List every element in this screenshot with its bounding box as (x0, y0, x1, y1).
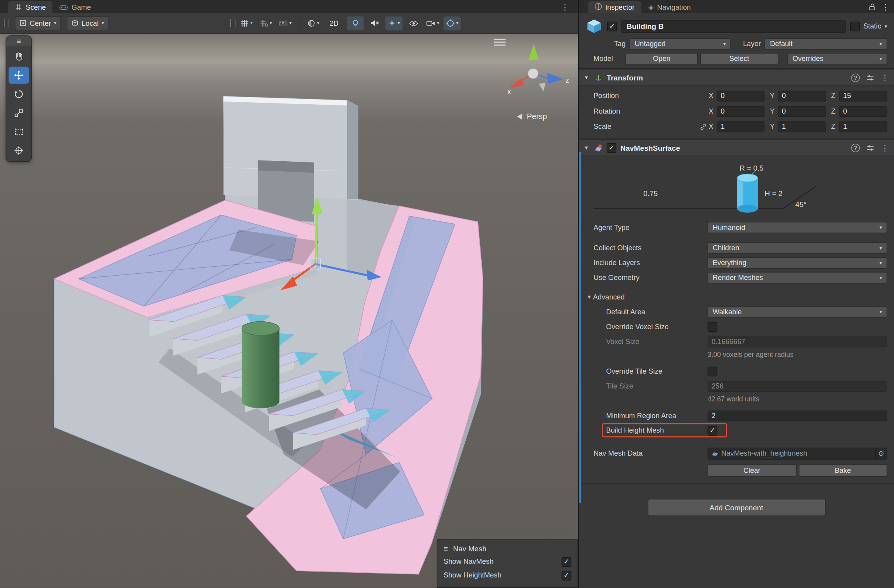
min-region-field[interactable]: 2 (707, 410, 887, 421)
tab-game[interactable]: Game (53, 1, 98, 13)
position-z-field[interactable]: 15 (839, 90, 887, 101)
override-tile-row: Override Tile Size (586, 364, 887, 379)
help-icon[interactable]: ? (851, 73, 860, 82)
rect-tool-button[interactable] (9, 123, 29, 140)
show-navmesh-label: Show NavMesh (443, 558, 493, 565)
navmesh-data-row: Nav Mesh Data NavMesh-with_heightmesh ⊙ (586, 446, 887, 461)
gameobject-name-field[interactable]: Building B (622, 20, 846, 33)
scene-visibility-button[interactable] (405, 16, 422, 30)
tile-size-row: Tile Size 256 (586, 379, 887, 394)
tab-navigation[interactable]: ◈ Navigation (641, 1, 698, 13)
transform-header[interactable]: ▼ Transform ? ⋮ (579, 69, 894, 86)
measure-tool-button[interactable]: ▾ (276, 16, 294, 30)
lock-icon[interactable] (868, 3, 876, 11)
gameobject-enabled-checkbox[interactable]: ✓ (607, 21, 617, 31)
scene-viewport[interactable]: x z Persp ≡ (0, 34, 578, 588)
scene-tab-menu-icon[interactable]: ⋮ (561, 2, 569, 11)
scale-x-field[interactable]: 1 (717, 121, 765, 132)
agent-type-dropdown[interactable]: Humanoid▾ (707, 222, 887, 233)
gizmo-z-label[interactable]: z (566, 77, 569, 84)
chevron-down-icon[interactable]: ▾ (437, 21, 440, 26)
tab-inspector-label: Inspector (605, 3, 634, 11)
default-area-dropdown[interactable]: Walkable▾ (707, 306, 887, 317)
navmeshsurface-header[interactable]: ▼ ✓ NavMeshSurface ? ⋮ (579, 139, 894, 156)
rotate-tool-button[interactable] (9, 86, 29, 103)
chevron-down-icon[interactable]: ▾ (397, 21, 400, 26)
rotation-x-field[interactable]: 0 (717, 106, 765, 117)
model-select-button[interactable]: Select (700, 53, 778, 64)
help-icon[interactable]: ? (851, 143, 860, 152)
add-component-button[interactable]: Add Component (647, 499, 825, 516)
static-dropdown-icon[interactable]: ▾ (885, 24, 887, 29)
foldout-icon[interactable]: ▼ (584, 75, 590, 80)
component-menu-icon[interactable]: ⋮ (881, 143, 889, 152)
inspector-menu-icon[interactable]: ⋮ (882, 2, 889, 11)
chevron-down-icon[interactable]: ▾ (269, 21, 272, 26)
advanced-foldout[interactable]: ▼ Advanced (586, 290, 887, 305)
gizmos-toggle-button[interactable]: ▾ (443, 16, 461, 30)
position-x-field[interactable]: 0 (717, 90, 765, 101)
cylinder-obstacle[interactable] (242, 322, 279, 408)
model-open-button[interactable]: Open (625, 53, 698, 64)
chevron-down-icon[interactable]: ▾ (317, 21, 320, 26)
bake-button[interactable]: Bake (798, 464, 887, 477)
static-checkbox[interactable] (850, 21, 860, 31)
presets-icon[interactable] (866, 143, 874, 152)
show-heightmesh-checkbox[interactable]: ✓ (562, 570, 572, 580)
transform-tool-button[interactable] (9, 142, 29, 159)
hamburger-icon[interactable]: ≡ (443, 544, 448, 553)
include-layers-dropdown[interactable]: Everything▾ (707, 257, 887, 269)
hand-tool-button[interactable] (9, 48, 29, 65)
scale-y-field[interactable]: 1 (778, 121, 826, 132)
scale-z-field[interactable]: 1 (839, 121, 887, 132)
prefab-cube-icon (586, 18, 603, 35)
tool-palette-handle[interactable]: ≡ (6, 36, 31, 46)
pivot-mode-dropdown[interactable]: Center ▾ (15, 16, 61, 30)
scale-link-icon[interactable] (700, 123, 709, 130)
rotation-z-field[interactable]: 0 (839, 106, 887, 117)
collect-objects-dropdown[interactable]: Children▾ (707, 242, 887, 254)
clear-button[interactable]: Clear (707, 464, 796, 477)
overrides-dropdown[interactable]: Overrides▾ (787, 53, 887, 64)
scale-tool-button[interactable] (9, 104, 29, 121)
use-geometry-dropdown[interactable]: Render Meshes▾ (707, 272, 887, 283)
component-menu-icon[interactable]: ⋮ (881, 73, 889, 82)
object-picker-icon[interactable]: ⊙ (875, 448, 887, 459)
gizmo-x-label[interactable]: x (508, 88, 511, 96)
tab-inspector[interactable]: ⓘ Inspector (588, 1, 641, 13)
agent-slope-label: 45° (795, 200, 807, 208)
override-tile-checkbox[interactable] (707, 366, 717, 376)
chevron-down-icon[interactable]: ▾ (456, 21, 459, 26)
agent-settings-diagram: R = 0.5 0.75 H = 2 45° (586, 161, 887, 219)
layer-dropdown[interactable]: Default▾ (765, 38, 887, 50)
audio-mute-button[interactable] (366, 16, 383, 30)
increment-snap-button[interactable]: ▾ (257, 16, 274, 30)
foldout-icon[interactable]: ▼ (584, 145, 590, 151)
chevron-down-icon[interactable]: ▾ (250, 21, 253, 26)
rotation-y-field[interactable]: 0 (778, 106, 826, 117)
show-navmesh-checkbox[interactable]: ✓ (562, 557, 572, 567)
shading-mode-button[interactable]: ▾ (305, 16, 322, 30)
2d-toggle-button[interactable]: 2D (324, 16, 345, 30)
move-tool-button[interactable] (9, 67, 29, 84)
camera-settings-button[interactable]: ▾ (424, 16, 442, 30)
navmeshsurface-enabled-checkbox[interactable]: ✓ (607, 143, 616, 153)
presets-icon[interactable] (866, 73, 874, 82)
lighting-toggle-button[interactable] (347, 16, 364, 30)
override-voxel-checkbox[interactable] (707, 322, 717, 331)
toolbar-drag-handle[interactable] (230, 19, 235, 27)
persp-label[interactable]: Persp (527, 112, 547, 121)
tab-navigation-label: Navigation (657, 3, 691, 11)
navmesh-data-field[interactable]: NavMesh-with_heightmesh ⊙ (707, 447, 887, 460)
pivot-icon (20, 20, 27, 27)
grid-snap-button[interactable]: ▾ (238, 16, 255, 30)
tile-size-label: Tile Size (586, 382, 708, 390)
toolbar-drag-handle[interactable] (4, 19, 9, 27)
tab-scene[interactable]: Scene (8, 1, 53, 13)
chevron-down-icon[interactable]: ▾ (289, 21, 292, 26)
tag-dropdown[interactable]: Untagged▾ (630, 38, 731, 50)
position-y-field[interactable]: 0 (778, 90, 826, 101)
tab-scene-label: Scene (26, 3, 46, 11)
orientation-dropdown[interactable]: Local ▾ (67, 16, 109, 30)
effects-toggle-button[interactable]: ▾ (385, 16, 402, 30)
